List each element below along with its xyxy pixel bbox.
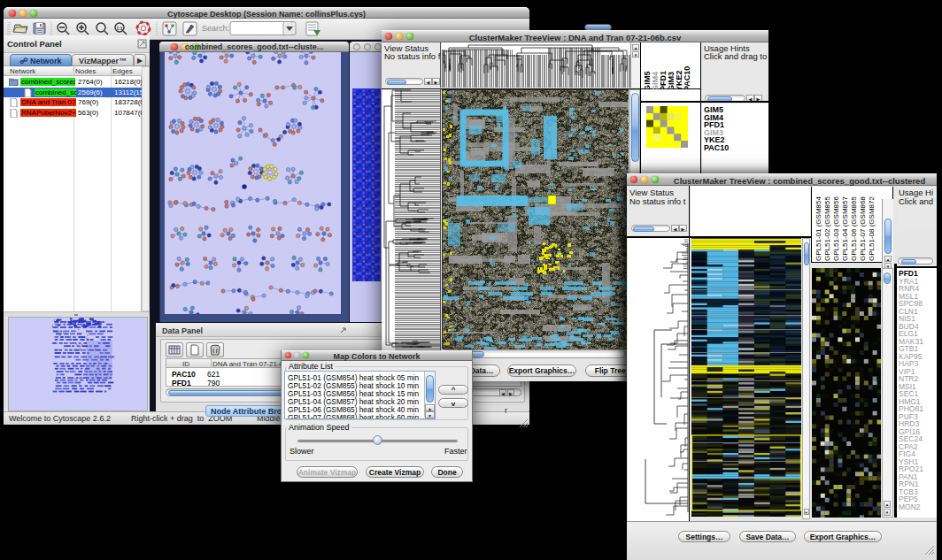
svg-text:Search:: Search: (202, 24, 229, 33)
svg-text:1:1: 1:1 (116, 26, 122, 31)
